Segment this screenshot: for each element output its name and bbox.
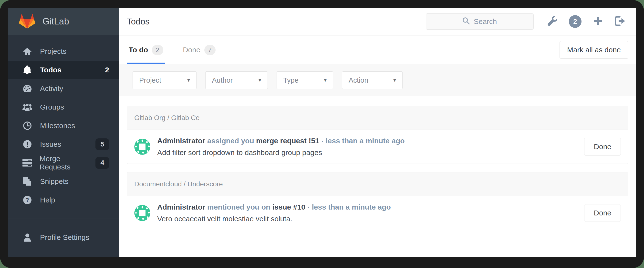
clock-icon xyxy=(22,121,32,130)
tab-todo-count: 2 xyxy=(152,45,163,55)
tabs-row: To do 2 Done 7 Mark all as done xyxy=(119,36,636,64)
filter-label: Project xyxy=(139,76,161,84)
sidebar-item-label: Milestones xyxy=(40,121,75,130)
todo-author[interactable]: Administrator xyxy=(157,203,205,211)
app-window: GitLab Projects Todos 2 xyxy=(8,8,636,257)
bell-icon xyxy=(22,66,32,74)
sidebar-item-snippets[interactable]: Snippets xyxy=(8,172,119,191)
project-group-header: Gitlab Org / Gitlab Ce xyxy=(127,106,628,130)
sidebar-item-profile-settings[interactable]: Profile Settings xyxy=(8,228,119,247)
logo-text: GitLab xyxy=(42,16,69,27)
todo-timestamp: less than a minute ago xyxy=(312,203,391,211)
sidebar-item-label: Groups xyxy=(40,103,64,111)
groups-icon xyxy=(22,103,32,111)
dot-separator: · xyxy=(307,203,310,211)
chevron-down-icon: ▾ xyxy=(258,77,261,83)
chevron-down-icon: ▾ xyxy=(393,77,396,83)
todos-count: 2 xyxy=(105,66,109,74)
todo-list: Gitlab Org / Gitlab Ce xyxy=(119,96,636,240)
sidebar-item-merge-requests[interactable]: Merge Requests 4 xyxy=(8,154,119,172)
sidebar-item-todos[interactable]: Todos 2 xyxy=(8,61,119,79)
todo-text: Administrator assigned you merge request… xyxy=(157,137,405,157)
todo-action: mentioned you on xyxy=(207,203,270,211)
sidebar-item-issues[interactable]: Issues 5 xyxy=(8,135,119,154)
avatar[interactable] xyxy=(134,205,150,221)
tab-done-count: 7 xyxy=(204,45,216,55)
new-project-plus-icon[interactable] xyxy=(593,16,603,27)
top-bar-icons: 2 xyxy=(546,15,626,28)
search-input[interactable]: Search xyxy=(426,14,534,30)
sidebar-item-help[interactable]: ? Help xyxy=(8,191,119,209)
todo-item: Administrator mentioned you on issue #10… xyxy=(127,196,628,230)
filter-label: Type xyxy=(283,76,298,84)
sidebar-header: GitLab xyxy=(8,8,119,35)
admin-wrench-icon[interactable] xyxy=(546,16,558,28)
issue-icon xyxy=(22,140,32,149)
issues-badge: 5 xyxy=(96,139,109,150)
search-icon xyxy=(462,17,470,26)
home-icon xyxy=(22,47,32,56)
todo-title-line: Administrator mentioned you on issue #10… xyxy=(157,203,391,211)
svg-text:?: ? xyxy=(26,197,29,203)
search-placeholder: Search xyxy=(474,17,497,26)
tab-done[interactable]: Done 7 xyxy=(181,36,218,64)
page-title: Todos xyxy=(127,17,150,26)
project-group-header: Documentcloud / Underscore xyxy=(127,172,628,196)
sidebar-item-label: Activity xyxy=(40,84,63,93)
todo-author[interactable]: Administrator xyxy=(157,137,205,145)
tab-todo[interactable]: To do 2 xyxy=(127,36,165,64)
screenshot-frame: GitLab Projects Todos 2 xyxy=(0,0,644,268)
todo-group-panel: Documentcloud / Underscore xyxy=(127,172,628,230)
sidebar-nav: Projects Todos 2 xyxy=(8,35,119,247)
gitlab-logo-icon[interactable] xyxy=(18,13,36,31)
help-icon: ? xyxy=(22,196,32,204)
todo-title-line: Administrator assigned you merge request… xyxy=(157,137,405,145)
done-button[interactable]: Done xyxy=(584,138,621,156)
action-filter-dropdown[interactable]: Action ▾ xyxy=(342,71,402,89)
dashboard-icon xyxy=(22,84,32,93)
sidebar: GitLab Projects Todos 2 xyxy=(8,8,119,257)
filter-bar: Project ▾ Author ▾ Type ▾ Action ▾ xyxy=(119,64,636,96)
sidebar-item-label: Todos xyxy=(40,66,62,74)
dot-separator: · xyxy=(321,137,324,145)
sidebar-item-label: Projects xyxy=(40,47,66,56)
tab-label: To do xyxy=(129,46,148,54)
sidebar-item-projects[interactable]: Projects xyxy=(8,42,119,61)
todo-body: Add filter sort dropdown to dashboard gr… xyxy=(157,149,405,157)
main-area: Todos Search xyxy=(119,8,636,257)
sidebar-item-label: Issues xyxy=(40,140,61,149)
chevron-down-icon: ▾ xyxy=(187,77,190,83)
filter-label: Action xyxy=(348,76,368,84)
todo-target-link[interactable]: merge request !51 xyxy=(256,137,319,145)
todo-timestamp: less than a minute ago xyxy=(326,137,404,145)
sidebar-divider xyxy=(8,219,119,219)
avatar[interactable] xyxy=(134,139,150,155)
todo-text: Administrator mentioned you on issue #10… xyxy=(157,203,391,223)
author-filter-dropdown[interactable]: Author ▾ xyxy=(205,71,268,89)
todo-group-panel: Gitlab Org / Gitlab Ce xyxy=(127,106,628,164)
done-button[interactable]: Done xyxy=(584,204,621,222)
type-filter-dropdown[interactable]: Type ▾ xyxy=(276,71,333,89)
merge-request-icon xyxy=(22,159,32,167)
user-icon xyxy=(22,233,32,242)
todo-item: Administrator assigned you merge request… xyxy=(127,130,628,164)
sidebar-item-label: Merge Requests xyxy=(40,155,88,171)
tab-label: Done xyxy=(183,46,200,54)
todo-target-link[interactable]: issue #10 xyxy=(272,203,306,211)
merge-requests-badge: 4 xyxy=(96,157,109,169)
chevron-down-icon: ▾ xyxy=(324,77,327,83)
sidebar-item-label: Snippets xyxy=(40,177,68,186)
sidebar-item-groups[interactable]: Groups xyxy=(8,98,119,116)
todos-count-badge[interactable]: 2 xyxy=(569,15,582,28)
todo-body: Vero occaecati velit molestiae velit sol… xyxy=(157,215,391,223)
sidebar-item-label: Profile Settings xyxy=(40,233,89,242)
top-bar: Todos Search xyxy=(119,8,636,36)
project-filter-dropdown[interactable]: Project ▾ xyxy=(132,71,196,89)
sidebar-item-label: Help xyxy=(40,196,55,204)
sign-out-icon[interactable] xyxy=(614,16,626,27)
mark-all-as-done-button[interactable]: Mark all as done xyxy=(560,41,628,59)
sidebar-item-milestones[interactable]: Milestones xyxy=(8,116,119,135)
filter-label: Author xyxy=(212,76,233,84)
sidebar-item-activity[interactable]: Activity xyxy=(8,79,119,98)
todo-action: assigned you xyxy=(207,137,254,145)
